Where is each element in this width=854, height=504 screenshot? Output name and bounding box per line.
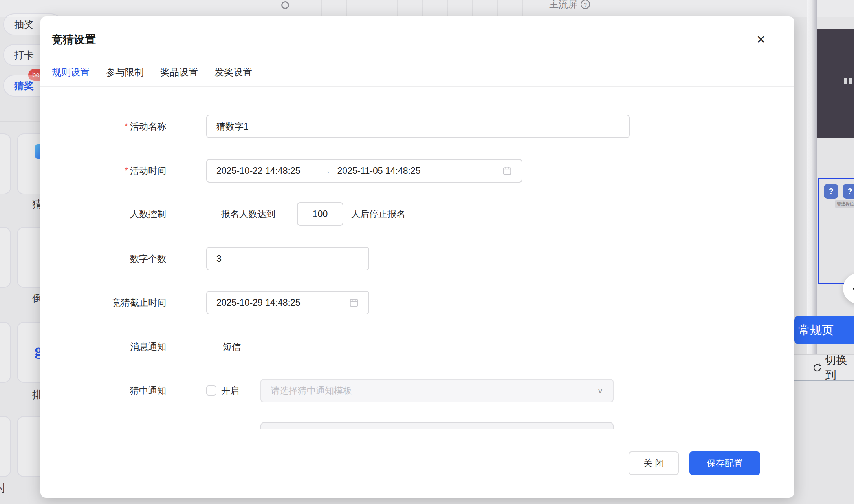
refresh-icon [812, 362, 822, 373]
range-start-value[interactable]: 2025-10-22 14:48:25 [216, 166, 301, 176]
message-notify-label: 消息通知 [52, 335, 166, 358]
people-limit-input[interactable] [297, 202, 343, 226]
help-icon[interactable]: ? [581, 0, 590, 9]
widget-card[interactable] [0, 133, 11, 194]
tab-prize-settings[interactable]: 奖品设置 [160, 57, 198, 87]
required-mark: * [125, 121, 128, 131]
activity-name-input[interactable] [206, 115, 630, 138]
guess-deadline-picker[interactable]: 2025-10-29 14:48:25 [206, 291, 369, 314]
plus-icon: + [852, 276, 854, 301]
close-icon[interactable]: ✕ [751, 30, 770, 49]
guess-settings-dialog: 竞猜设置 ✕ 规则设置 参与限制 奖品设置 发奖设置 *活动名称 *活动时间 2… [40, 16, 794, 498]
chevron-down-icon: ∨ [597, 387, 603, 395]
screen-label: 主流屏 ? [549, 0, 590, 10]
tab-rule-settings[interactable]: 规则设置 [52, 57, 90, 87]
selected-widget-frame[interactable]: ? ? 请选择位置参数 [818, 178, 854, 284]
activity-time-range-picker[interactable]: 2025-10-22 14:48:25 → 2025-11-05 14:48:2… [206, 159, 522, 183]
question-tile[interactable]: ? [843, 184, 854, 199]
sidebar-item-label: 打卡 [14, 49, 34, 62]
canvas-edge-shadow [807, 0, 817, 354]
digit-count-input[interactable] [206, 247, 369, 270]
guide-dashed-line-right [544, 0, 544, 18]
people-limit-checkbox-label: 报名人数达到 [221, 202, 275, 226]
sms-radio-label: 短信 [223, 335, 241, 358]
select-placeholder: 请选择猜中通知模板 [271, 385, 352, 397]
win-notify-template-select[interactable]: 请选择猜中通知模板 ∨ [260, 379, 614, 402]
preview-dark-panel [817, 29, 854, 138]
range-arrow-icon: → [323, 166, 331, 176]
question-tile[interactable]: ? [824, 184, 838, 199]
range-end-value[interactable]: 2025-11-05 14:48:25 [337, 166, 421, 176]
clipped-widget-label: 倒计时 [0, 481, 5, 496]
resize-handle-circle[interactable] [281, 1, 289, 9]
activity-time-label: *活动时间 [52, 159, 166, 183]
calendar-icon[interactable] [349, 298, 359, 308]
digit-count-label: 数字个数 [52, 247, 166, 270]
tab-award-settings[interactable]: 发奖设置 [214, 57, 252, 87]
sidebar-item-label: 猜奖 [14, 79, 34, 92]
switch-label: 切换到 [825, 354, 854, 380]
activity-name-label: *活动名称 [52, 115, 166, 138]
tabbar-divider [40, 86, 794, 87]
win-notify-toggle-label: 开启 [221, 379, 239, 402]
dialog-tabs: 规则设置 参与限制 奖品设置 发奖设置 [52, 57, 252, 87]
bar-chart-icon [849, 78, 852, 84]
required-mark: * [125, 166, 128, 176]
panel-divider [794, 380, 854, 381]
grid-column-lines [297, 0, 544, 16]
win-notify-checkbox[interactable] [206, 385, 216, 396]
widget-card[interactable] [0, 227, 11, 288]
guide-dashed-line-left [297, 0, 297, 18]
regular-page-button[interactable]: 常规页 [794, 316, 854, 344]
sidebar-item-label: 抽奖 [14, 18, 34, 31]
bar-chart-icon [844, 78, 847, 84]
widget-card[interactable] [0, 322, 11, 383]
guess-deadline-value: 2025-10-29 14:48:25 [216, 298, 301, 308]
screen-label-text: 主流屏 [549, 0, 577, 11]
position-param-chip: 请选择位置参数 [835, 200, 854, 208]
save-config-button[interactable]: 保存配置 [689, 451, 760, 475]
widget-card[interactable] [0, 416, 11, 477]
guess-deadline-label: 竞猜截止时间 [52, 291, 166, 314]
dialog-title: 竞猜设置 [52, 32, 96, 47]
close-button[interactable]: 关 闭 [629, 451, 679, 475]
clipped-next-field [260, 422, 614, 429]
win-notify-label: 猜中通知 [52, 379, 166, 402]
tab-participation-limit[interactable]: 参与限制 [106, 57, 144, 87]
calendar-icon[interactable] [502, 166, 512, 176]
switch-page-row[interactable]: 切换到 [794, 354, 854, 380]
people-limit-suffix: 人后停止报名 [351, 202, 405, 226]
people-limit-label: 人数控制 [52, 202, 166, 226]
